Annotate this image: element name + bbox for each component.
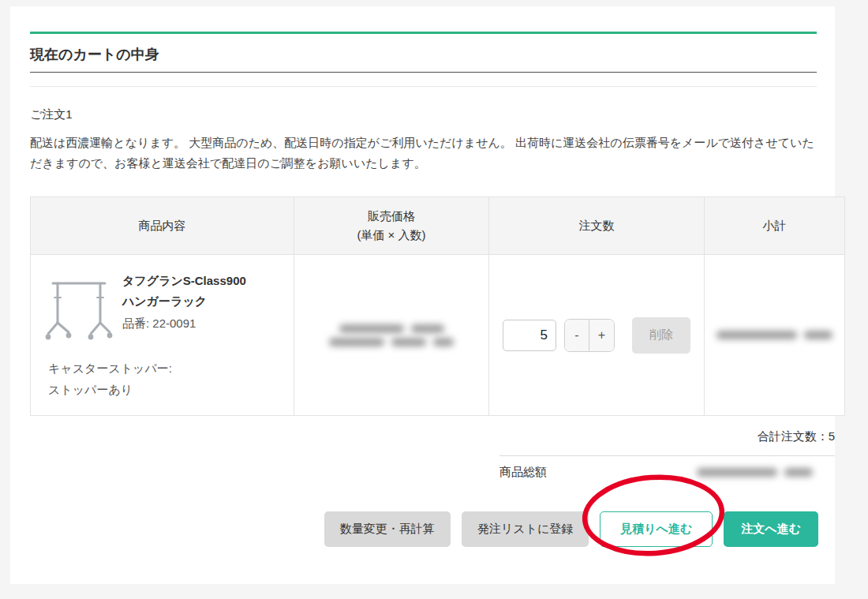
unit-price-blurred-line1: [295, 324, 488, 333]
quantity-stepper: - +: [564, 319, 615, 352]
subtotal-cell: [705, 255, 845, 416]
proceed-to-order-button[interactable]: 注文へ進む: [724, 511, 818, 547]
header-product: 商品内容: [31, 197, 294, 255]
cart-page: { "colors": { "accent_green": "#2ab79c",…: [0, 0, 868, 599]
product-cell: タフグランS-Class900 ハンガーラック 品番: 22-0091 キャスタ…: [31, 255, 294, 416]
header-price-line1: 販売価格: [368, 209, 415, 223]
summary-divider: [499, 455, 835, 456]
quantity-input[interactable]: [503, 320, 556, 351]
product-name: タフグランS-Class900 ハンガーラック: [122, 271, 246, 312]
grand-total-blurred: [697, 468, 813, 477]
quantity-cell: - + 削除: [489, 255, 705, 416]
quantity-increase-button[interactable]: +: [589, 320, 614, 351]
header-quantity: 注文数: [489, 197, 705, 255]
product-option: キャスターストッパー: ストッパーあり: [48, 358, 279, 400]
unit-price-blurred-line2: [295, 338, 488, 346]
table-header-row: 商品内容 販売価格 (単価 × 入数) 注文数 小計: [31, 197, 845, 255]
delete-item-button[interactable]: 削除: [632, 317, 690, 354]
shipping-notice: 配送は西濃運輸となります。 大型商品のため、配送日時の指定がご利用いただけません…: [30, 133, 819, 174]
proceed-to-estimate-button[interactable]: 見積りへ進む: [600, 511, 713, 547]
hanger-rack-product-image: [45, 274, 113, 350]
recalculate-button[interactable]: 数量変更・再計算: [324, 511, 451, 547]
page-title: 現在のカートの中身: [30, 45, 817, 73]
grand-total-label: 商品総額: [499, 465, 547, 480]
total-quantity-label: 合計注文数：5: [30, 429, 835, 444]
cart-item-row: タフグランS-Class900 ハンガーラック 品番: 22-0091 キャスタ…: [31, 255, 845, 416]
subtotal-blurred: [705, 331, 844, 339]
cart-actions: 数量変更・再計算 発注リストに登録 見積りへ進む 注文へ進む: [30, 511, 835, 547]
header-subtotal: 小計: [705, 197, 845, 255]
grand-total-row: 商品総額: [499, 463, 835, 481]
divider: [30, 86, 817, 87]
unit-price-cell: [294, 255, 489, 416]
header-price-line2: (単価 × 入数): [357, 228, 425, 241]
quantity-decrease-button[interactable]: -: [565, 320, 589, 351]
header-price: 販売価格 (単価 × 入数): [294, 197, 489, 255]
product-code: 品番: 22-0091: [122, 316, 246, 331]
cart-table: 商品内容 販売価格 (単価 × 入数) 注文数 小計: [30, 197, 845, 416]
add-to-order-list-button[interactable]: 発注リストに登録: [462, 511, 589, 547]
accent-top-line: [30, 32, 817, 34]
cart-panel: 現在のカートの中身 ご注文1 配送は西濃運輸となります。 大型商品のため、配送日…: [10, 6, 835, 584]
order-number-label: ご注文1: [30, 107, 815, 122]
